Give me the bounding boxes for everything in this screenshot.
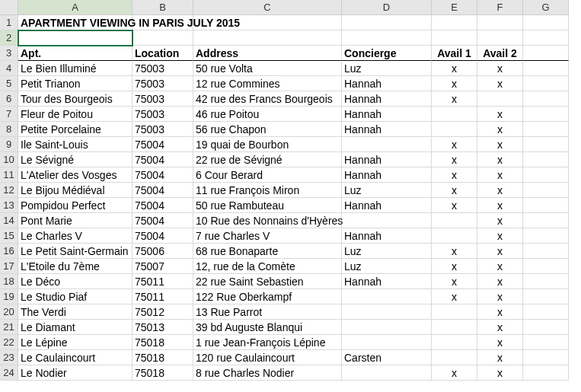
location-cell[interactable]: 75011 <box>132 289 193 304</box>
cell[interactable] <box>523 304 569 320</box>
concierge-cell[interactable]: Hannah <box>342 228 432 244</box>
location-cell[interactable]: 75004 <box>132 198 193 213</box>
avail2-cell[interactable]: x <box>477 228 523 244</box>
row-head-7[interactable]: 7 <box>0 107 18 122</box>
concierge-cell[interactable]: Hannah <box>342 198 432 213</box>
location-cell[interactable]: 75018 <box>132 365 193 381</box>
cell[interactable] <box>523 46 569 61</box>
avail1-cell[interactable]: x <box>432 76 477 91</box>
avail1-cell[interactable]: x <box>432 244 477 259</box>
avail1-cell[interactable] <box>432 304 477 320</box>
row-head-24[interactable]: 24 <box>0 365 18 381</box>
address-cell[interactable]: 42 rue des Francs Bourgeois <box>193 91 342 107</box>
apt-cell[interactable]: Tour des Bourgeois <box>18 91 132 107</box>
avail1-cell[interactable] <box>432 228 477 244</box>
concierge-cell[interactable] <box>342 304 432 320</box>
cell[interactable] <box>523 274 569 289</box>
apt-cell[interactable]: Fleur de Poitou <box>18 107 132 122</box>
address-cell[interactable]: 6 Cour Berard <box>193 167 342 183</box>
apt-cell[interactable]: Le Caulaincourt <box>18 350 132 365</box>
col-head-B[interactable]: B <box>132 0 193 15</box>
avail1-cell[interactable]: x <box>432 259 477 274</box>
col-head-E[interactable]: E <box>432 0 477 15</box>
header-apt[interactable]: Apt. <box>18 46 132 61</box>
row-head-2[interactable]: 2 <box>0 30 18 46</box>
title-cell[interactable]: APARTMENT VIEWING IN PARIS JULY 2015 <box>18 15 132 30</box>
avail1-cell[interactable]: x <box>432 167 477 183</box>
apt-cell[interactable]: Pont Marie <box>18 213 132 228</box>
location-cell[interactable]: 75004 <box>132 152 193 167</box>
row-head-17[interactable]: 17 <box>0 259 18 274</box>
header-location[interactable]: Location <box>132 46 193 61</box>
concierge-cell[interactable]: Luz <box>342 244 432 259</box>
apt-cell[interactable]: L'Etoile du 7ème <box>18 259 132 274</box>
cell[interactable] <box>523 335 569 350</box>
concierge-cell[interactable]: Carsten <box>342 350 432 365</box>
concierge-cell[interactable] <box>342 289 432 304</box>
avail2-cell[interactable]: x <box>477 167 523 183</box>
concierge-cell[interactable]: Hannah <box>342 107 432 122</box>
avail1-cell[interactable] <box>432 213 477 228</box>
cell[interactable] <box>477 30 523 46</box>
location-cell[interactable]: 75013 <box>132 320 193 335</box>
apt-cell[interactable]: Le Sévigné <box>18 152 132 167</box>
concierge-cell[interactable]: Hannah <box>342 274 432 289</box>
avail1-cell[interactable]: x <box>432 198 477 213</box>
apt-cell[interactable]: Le Nodier <box>18 365 132 381</box>
row-head-8[interactable]: 8 <box>0 122 18 137</box>
avail1-cell[interactable]: x <box>432 61 477 76</box>
apt-cell[interactable]: The Verdi <box>18 304 132 320</box>
concierge-cell[interactable]: Hannah <box>342 76 432 91</box>
cell[interactable] <box>523 30 569 46</box>
location-cell[interactable]: 75003 <box>132 122 193 137</box>
row-head-19[interactable]: 19 <box>0 289 18 304</box>
avail1-cell[interactable]: x <box>432 289 477 304</box>
row-head-13[interactable]: 13 <box>0 198 18 213</box>
apt-cell[interactable]: Le Petit Saint-Germain <box>18 244 132 259</box>
avail2-cell[interactable]: x <box>477 61 523 76</box>
row-head-10[interactable]: 10 <box>0 152 18 167</box>
concierge-cell[interactable]: Hannah <box>342 91 432 107</box>
address-cell[interactable]: 1 rue Jean-François Lépine <box>193 335 342 350</box>
row-head-23[interactable]: 23 <box>0 350 18 365</box>
row-head-11[interactable]: 11 <box>0 167 18 183</box>
cell[interactable] <box>523 167 569 183</box>
address-cell[interactable]: 56 rue Chapon <box>193 122 342 137</box>
avail2-cell[interactable]: x <box>477 335 523 350</box>
address-cell[interactable]: 7 rue Charles V <box>193 228 342 244</box>
avail2-cell[interactable]: x <box>477 365 523 381</box>
apt-cell[interactable]: Petite Porcelaine <box>18 122 132 137</box>
avail2-cell[interactable]: x <box>477 76 523 91</box>
location-cell[interactable]: 75006 <box>132 244 193 259</box>
address-cell[interactable]: 22 rue Saint Sebastien <box>193 274 342 289</box>
concierge-cell[interactable] <box>342 335 432 350</box>
avail1-cell[interactable] <box>432 107 477 122</box>
row-head-18[interactable]: 18 <box>0 274 18 289</box>
avail2-cell[interactable]: x <box>477 350 523 365</box>
cell[interactable] <box>523 76 569 91</box>
avail1-cell[interactable]: x <box>432 91 477 107</box>
row-head-14[interactable]: 14 <box>0 213 18 228</box>
location-cell[interactable]: 75003 <box>132 91 193 107</box>
cell[interactable] <box>523 61 569 76</box>
cell[interactable] <box>132 30 193 46</box>
location-cell[interactable]: 75004 <box>132 137 193 152</box>
avail2-cell[interactable]: x <box>477 198 523 213</box>
header-concierge[interactable]: Concierge <box>342 46 432 61</box>
address-cell[interactable]: 12 rue Commines <box>193 76 342 91</box>
concierge-cell[interactable] <box>342 213 432 228</box>
location-cell[interactable]: 75018 <box>132 335 193 350</box>
header-avail1[interactable]: Avail 1 <box>432 46 477 61</box>
cell[interactable] <box>523 259 569 274</box>
location-cell[interactable]: 75003 <box>132 107 193 122</box>
concierge-cell[interactable]: Luz <box>342 259 432 274</box>
apt-cell[interactable]: Petit Trianon <box>18 76 132 91</box>
cell[interactable] <box>523 350 569 365</box>
apt-cell[interactable]: Le Diamant <box>18 320 132 335</box>
cell[interactable] <box>477 15 523 30</box>
row-head-4[interactable]: 4 <box>0 61 18 76</box>
address-cell[interactable]: 120 rue Caulaincourt <box>193 350 342 365</box>
apt-cell[interactable]: Le Bien Illuminé <box>18 61 132 76</box>
cell[interactable] <box>523 320 569 335</box>
header-address[interactable]: Address <box>193 46 342 61</box>
